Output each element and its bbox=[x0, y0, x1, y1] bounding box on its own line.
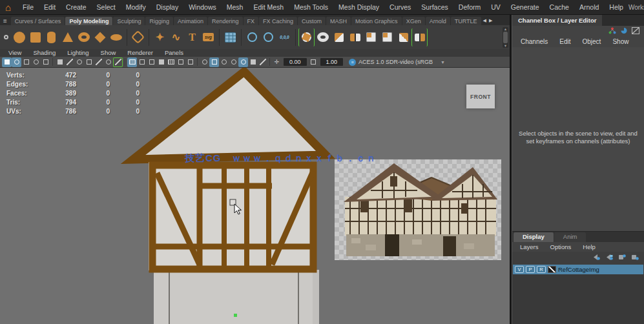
tab-display[interactable]: Display bbox=[514, 232, 554, 242]
colorspace-dropdown[interactable]: ≡ ACES 1.0 SDR-video (sRGB ▼ bbox=[346, 57, 448, 67]
gamma-icon[interactable] bbox=[309, 57, 318, 67]
snap-together-icon[interactable] bbox=[260, 28, 276, 46]
menu-cache[interactable]: Cache bbox=[545, 1, 574, 13]
panel-menu-lighting[interactable]: Lighting bbox=[61, 49, 94, 57]
lights-toggle-icon[interactable] bbox=[229, 57, 238, 67]
menu-object[interactable]: Object bbox=[577, 38, 607, 45]
menu-uv[interactable]: UV bbox=[486, 1, 506, 13]
move-layer-up-icon[interactable] bbox=[618, 252, 626, 263]
shelf-tab-animation[interactable]: Animation bbox=[174, 17, 207, 25]
select-object-icon[interactable] bbox=[31, 57, 41, 67]
shelf-tab-curves-surfaces[interactable]: Curves / Surfaces bbox=[11, 17, 65, 25]
panel-menu-renderer[interactable]: Renderer bbox=[121, 49, 159, 57]
shelf-options-icon[interactable] bbox=[1, 35, 11, 39]
menu-file[interactable]: File bbox=[17, 1, 39, 13]
smooth-mesh-icon[interactable] bbox=[363, 28, 379, 46]
shadows-toggle-icon[interactable] bbox=[238, 57, 248, 67]
lasso-tool-icon[interactable] bbox=[12, 57, 21, 67]
menu-mesh-display[interactable]: Mesh Display bbox=[333, 1, 384, 13]
menu-arnold[interactable]: Arnold bbox=[574, 1, 604, 13]
move-to-origin-icon[interactable]: 0,0,0 bbox=[276, 28, 293, 46]
shelf-tab-custom[interactable]: Custom bbox=[298, 17, 326, 25]
selected-vertex-dot[interactable] bbox=[234, 314, 237, 317]
input-connections-icon[interactable] bbox=[103, 57, 113, 67]
poly-sphere-icon[interactable] bbox=[11, 28, 27, 46]
select-component-icon[interactable] bbox=[41, 57, 50, 67]
wireframe-mode-icon[interactable] bbox=[200, 57, 209, 67]
shelf-scrollbar[interactable]: ▲ ▼ bbox=[503, 27, 508, 48]
move-layer-down-icon[interactable] bbox=[630, 252, 639, 263]
menu-modify[interactable]: Modify bbox=[121, 1, 151, 13]
select-tool-icon[interactable] bbox=[2, 57, 12, 67]
exposure-field[interactable]: 0.00 bbox=[284, 58, 307, 66]
title-safe-icon[interactable] bbox=[185, 57, 195, 67]
shelf-tab-turtle[interactable]: TURTLE bbox=[451, 17, 481, 25]
menu-layers[interactable]: Layers bbox=[514, 243, 545, 250]
poly-cube-icon[interactable] bbox=[27, 28, 43, 46]
reference-image-plane[interactable] bbox=[335, 159, 501, 260]
new-layer-selected-icon[interactable] bbox=[605, 252, 613, 263]
graph-editor-icon[interactable] bbox=[632, 25, 639, 37]
layer-playback-toggle[interactable]: P bbox=[526, 266, 535, 273]
symmetry-toggle-icon[interactable] bbox=[113, 57, 123, 67]
panel-menu-show[interactable]: Show bbox=[95, 49, 122, 57]
channel-box-title[interactable]: Channel Box / Layer Editor bbox=[512, 15, 602, 26]
menu-mesh[interactable]: Mesh bbox=[222, 1, 249, 13]
menu-display[interactable]: Display bbox=[151, 1, 183, 13]
shelf-tab-rendering[interactable]: Rendering bbox=[208, 17, 243, 25]
menu-options[interactable]: Options bbox=[545, 243, 577, 250]
menu-deform[interactable]: Deform bbox=[453, 1, 486, 13]
ssao-toggle-icon[interactable] bbox=[248, 57, 258, 67]
exposure-icon[interactable]: ✛ bbox=[272, 57, 282, 67]
film-gate-icon[interactable] bbox=[137, 57, 147, 67]
snap-point-icon[interactable] bbox=[74, 57, 84, 67]
shelf-scroll-right-icon[interactable]: ▶ bbox=[488, 18, 493, 25]
panel-menu-shading[interactable]: Shading bbox=[27, 49, 61, 57]
poly-cylinder-icon[interactable] bbox=[43, 28, 59, 46]
symmetrize-icon[interactable] bbox=[411, 28, 428, 46]
extract-icon[interactable] bbox=[347, 28, 363, 46]
poly-text-icon[interactable]: T bbox=[184, 28, 200, 46]
panel-menu-view[interactable]: View bbox=[3, 49, 27, 57]
poly-disc-icon[interactable] bbox=[108, 28, 124, 46]
svg-tool-icon[interactable]: svg bbox=[200, 28, 216, 46]
shelf-tab-fx-caching[interactable]: FX Caching bbox=[259, 17, 297, 25]
menu-windows[interactable]: Windows bbox=[183, 1, 222, 13]
shaded-mode-icon[interactable] bbox=[209, 57, 219, 67]
field-chart-icon[interactable] bbox=[166, 57, 176, 67]
menu-create[interactable]: Create bbox=[61, 1, 92, 13]
menu-channels[interactable]: Channels bbox=[515, 38, 554, 45]
menu-mesh-tools[interactable]: Mesh Tools bbox=[289, 1, 333, 13]
shelf-tab-motion-graphics[interactable]: Motion Graphics bbox=[351, 17, 402, 25]
boolean-tool-icon[interactable] bbox=[298, 28, 315, 46]
layer-row-refcottageimg[interactable]: V P R RefCottageImg bbox=[513, 265, 643, 274]
gamma-field[interactable]: 1.00 bbox=[320, 58, 344, 66]
mirror-icon[interactable] bbox=[395, 28, 411, 46]
playback-icon[interactable] bbox=[620, 25, 628, 37]
gate-mask-icon[interactable] bbox=[156, 57, 166, 67]
menu-le-help[interactable]: Help bbox=[577, 243, 601, 250]
poly-cone-icon[interactable] bbox=[59, 28, 76, 46]
menu-select[interactable]: Select bbox=[92, 1, 121, 13]
shelf-tab-rigging[interactable]: Rigging bbox=[145, 17, 173, 25]
motion-blur-icon[interactable] bbox=[258, 57, 267, 67]
textured-mode-icon[interactable] bbox=[219, 57, 229, 67]
maya-home-icon[interactable]: ⌂ bbox=[5, 3, 11, 12]
curve-helix-icon[interactable]: ∿ bbox=[168, 28, 184, 46]
shelf-menu-icon[interactable]: ≡ bbox=[2, 17, 11, 25]
panel-menu-panels[interactable]: Panels bbox=[159, 49, 189, 57]
resolution-gate-icon[interactable] bbox=[147, 57, 156, 67]
separate-icon[interactable] bbox=[331, 28, 347, 46]
shelf-tab-sculpting[interactable]: Sculpting bbox=[113, 17, 145, 25]
menu-edit[interactable]: Edit bbox=[39, 1, 61, 13]
camera-attributes-icon[interactable] bbox=[176, 57, 185, 67]
shelf-scroll-left-icon[interactable]: ◀ bbox=[482, 18, 488, 25]
shelf-tab-poly-modeling[interactable]: Poly Modeling bbox=[65, 17, 112, 25]
menu-cb-edit[interactable]: Edit bbox=[554, 38, 576, 45]
scroll-up-icon[interactable]: ▲ bbox=[504, 27, 507, 31]
sweep-mesh-icon[interactable] bbox=[222, 28, 238, 46]
poly-torus-icon[interactable] bbox=[76, 28, 92, 46]
shelf-tab-arnold[interactable]: Arnold bbox=[426, 17, 450, 25]
center-pivot-icon[interactable] bbox=[244, 28, 260, 46]
menu-help[interactable]: Help bbox=[604, 1, 628, 13]
